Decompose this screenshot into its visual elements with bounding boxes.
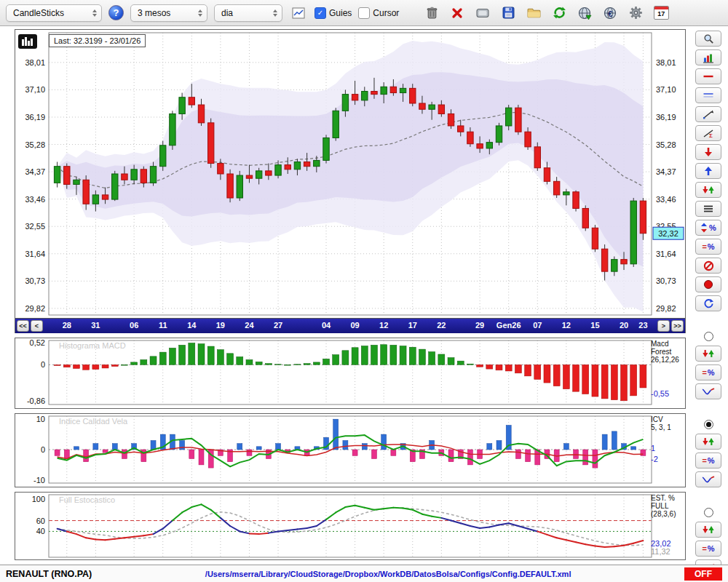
stochastic-select-radio[interactable] bbox=[704, 508, 713, 517]
percent-glyph: % bbox=[708, 456, 715, 465]
percent-glyph: % bbox=[708, 544, 715, 553]
buy-sell-arrows-icon bbox=[702, 436, 715, 447]
svg-text:32,55: 32,55 bbox=[25, 222, 45, 231]
disable-button[interactable] bbox=[695, 258, 721, 274]
svg-text:40: 40 bbox=[36, 527, 45, 535]
blue-up-arrow-icon bbox=[704, 166, 713, 176]
icv-signals-button[interactable] bbox=[695, 434, 721, 450]
delete-drawing-button[interactable] bbox=[422, 4, 441, 23]
date-navigation-bar: 2831061114192427040912172229Gen260712152… bbox=[15, 318, 685, 333]
nav-date-label: 28 bbox=[63, 321, 71, 330]
delete-all-button[interactable] bbox=[448, 4, 467, 23]
stochastic-signals-button[interactable] bbox=[695, 522, 721, 538]
horizontal-line-red-button[interactable] bbox=[695, 68, 721, 84]
buy-arrow-button[interactable] bbox=[695, 163, 721, 179]
svg-text:30,73: 30,73 bbox=[25, 276, 45, 285]
equals-glyph: = bbox=[702, 242, 706, 251]
refresh-chart-button[interactable] bbox=[695, 295, 721, 311]
floppy-disk-icon bbox=[502, 7, 515, 19]
nav-date-label: 06 bbox=[130, 321, 138, 330]
macd-style-button[interactable] bbox=[695, 383, 721, 399]
cursor-checkbox-group[interactable]: Cursor bbox=[358, 7, 399, 19]
open-button[interactable] bbox=[524, 4, 543, 23]
config-path: /Users/mserra/Library/CloudStorage/Dropb… bbox=[99, 570, 677, 578]
svg-text:34,37: 34,37 bbox=[25, 167, 45, 176]
nav-date-label: 14 bbox=[187, 321, 196, 330]
icv-style-button[interactable] bbox=[695, 471, 721, 487]
equal-percent-button[interactable]: =% bbox=[695, 239, 721, 255]
nav-prev-button[interactable]: < bbox=[31, 320, 43, 332]
svg-text:32,32: 32,32 bbox=[658, 229, 678, 238]
buy-sell-arrows-icon bbox=[702, 525, 715, 535]
refresh-arrows-icon bbox=[703, 298, 714, 309]
nav-date-label: 09 bbox=[350, 321, 359, 330]
svg-text:€: € bbox=[608, 9, 612, 17]
snapshot-button[interactable] bbox=[473, 4, 492, 23]
macd-select-radio[interactable] bbox=[704, 332, 713, 341]
equals-glyph: = bbox=[702, 544, 706, 553]
horizontal-line-blue-button[interactable] bbox=[695, 87, 721, 103]
trendline-icon bbox=[703, 109, 714, 119]
cursor-checkbox[interactable] bbox=[358, 7, 370, 19]
nav-last-button[interactable]: >> bbox=[671, 320, 684, 332]
macd-signals-button[interactable] bbox=[695, 346, 721, 362]
chart-type-select[interactable]: CandleSticks bbox=[6, 4, 102, 22]
regression-button[interactable]: Σ bbox=[695, 125, 721, 141]
gear-icon bbox=[629, 6, 643, 20]
guies-checkbox-group[interactable]: ✓ Guies bbox=[314, 7, 352, 19]
cursor-label: Cursor bbox=[373, 8, 399, 18]
zoom-button[interactable] bbox=[695, 31, 721, 47]
record-button[interactable] bbox=[695, 276, 721, 292]
mini-chart-icon bbox=[292, 7, 305, 19]
calendar-icon: 17 bbox=[654, 6, 669, 20]
list-icon bbox=[703, 204, 714, 214]
calendar-button[interactable]: 17 bbox=[652, 4, 670, 23]
equals-glyph: = bbox=[702, 456, 706, 465]
icv-select-radio[interactable] bbox=[704, 420, 713, 429]
trash-icon bbox=[427, 7, 438, 19]
settings-button[interactable] bbox=[626, 4, 645, 23]
buy-sell-arrows-icon bbox=[702, 185, 715, 195]
nav-date-label: 12 bbox=[379, 321, 388, 330]
period-select[interactable]: 3 mesos bbox=[130, 4, 207, 22]
svg-text:60: 60 bbox=[36, 517, 45, 525]
percent-glyph: % bbox=[709, 223, 716, 232]
reload-button[interactable] bbox=[550, 4, 569, 23]
top-toolbar: CandleSticks ? 3 mesos dia ✓ Guies Curso… bbox=[0, 0, 728, 26]
nav-first-button[interactable]: << bbox=[17, 320, 29, 332]
mini-chart-button[interactable] bbox=[289, 4, 308, 23]
stochastic-title: Full Estocastico bbox=[59, 495, 115, 504]
scale-arrows-percent-button[interactable]: % bbox=[695, 220, 721, 236]
sell-arrow-button[interactable] bbox=[695, 144, 721, 160]
save-button[interactable] bbox=[499, 4, 518, 23]
macd-title: Histograma MACD bbox=[59, 341, 126, 350]
help-button[interactable]: ? bbox=[108, 5, 124, 20]
macd-percent-button[interactable]: =% bbox=[695, 364, 721, 380]
guies-label: Guies bbox=[329, 8, 352, 18]
data-table-button[interactable] bbox=[695, 201, 721, 217]
guies-checkbox[interactable]: ✓ bbox=[314, 7, 326, 19]
nav-date-label: 29 bbox=[475, 321, 484, 330]
bar-chart-icon bbox=[703, 52, 714, 63]
percent-glyph: % bbox=[708, 242, 715, 251]
price-chart[interactable]: 38,0138,0137,1037,1036,1936,1935,2835,28… bbox=[15, 30, 685, 318]
nav-dates: 2831061114192427040912172229Gen260712152… bbox=[15, 319, 685, 333]
interval-select[interactable]: dia bbox=[214, 4, 282, 22]
off-badge[interactable]: OFF bbox=[684, 567, 722, 581]
download-data-button[interactable] bbox=[575, 4, 594, 23]
icv-info-line: ICV bbox=[651, 415, 683, 423]
recycle-arrows-icon bbox=[553, 6, 566, 20]
signals-button[interactable] bbox=[695, 182, 721, 198]
svg-text:-0,86: -0,86 bbox=[27, 396, 45, 405]
chart-style-button[interactable] bbox=[695, 49, 721, 65]
icv-info-line: 5, 3, 1 bbox=[651, 423, 683, 431]
nav-date-label: 24 bbox=[245, 321, 253, 330]
icv-title: Indice Calidad Vela bbox=[59, 417, 127, 426]
nav-next-button[interactable]: > bbox=[657, 320, 670, 332]
icv-percent-button[interactable]: =% bbox=[695, 453, 721, 469]
market-data-button[interactable]: € bbox=[601, 4, 620, 23]
svg-text:33,46: 33,46 bbox=[25, 195, 45, 204]
svg-text:31,64: 31,64 bbox=[656, 250, 676, 258]
trendline-button[interactable] bbox=[695, 106, 721, 122]
stochastic-percent-button[interactable]: =% bbox=[695, 541, 721, 557]
